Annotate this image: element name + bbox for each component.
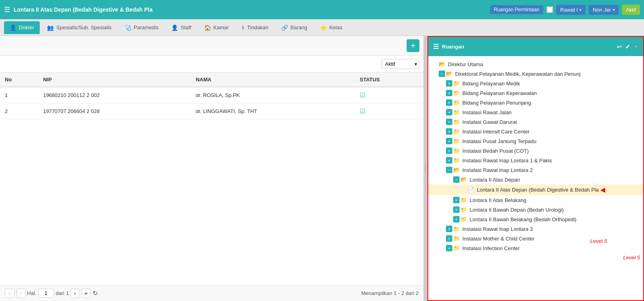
folder-icon: 📁 xyxy=(453,226,460,232)
cell-nama: dr. ROSILA, Sp.PK xyxy=(191,87,355,103)
tab-dokter[interactable]: 👤 Dokter xyxy=(4,21,40,34)
tree-toggle[interactable]: + xyxy=(446,157,452,164)
col-status: STATUS xyxy=(355,73,423,87)
tree-toggle xyxy=(431,61,438,67)
tree-toggle[interactable]: + xyxy=(446,90,452,96)
tree-item[interactable]: −📂Direktorat Pelayanan Medik, Keperawata… xyxy=(428,69,643,79)
cell-nama: dr. LINGGAWATI, Sp. THT xyxy=(191,103,355,119)
undo-icon[interactable]: ↩ xyxy=(617,43,622,51)
tree-item[interactable]: +📁Lontara II Atas Belakang xyxy=(428,195,643,205)
folder-icon: 📂 xyxy=(453,167,460,173)
tree-toggle[interactable]: + xyxy=(453,206,460,213)
table-row: 219770707 206604 2 028dr. LINGGAWATI, Sp… xyxy=(0,103,423,119)
tree-toggle[interactable]: + xyxy=(446,235,452,242)
table-header-row: No NIP NAMA STATUS xyxy=(0,73,423,87)
header-title: Lontara II Atas Depan (Bedah Digestive &… xyxy=(14,6,487,13)
tree-toggle[interactable]: + xyxy=(446,80,452,87)
permintaan-checkbox[interactable] xyxy=(547,6,553,13)
col-nama: NAMA xyxy=(191,73,355,87)
tree-label: Instalasi Mother & Child Center xyxy=(462,236,535,242)
tree-label: Instalasi Rawat Inap Lontara 1 & Pakis xyxy=(462,158,552,164)
tree-toggle[interactable]: + xyxy=(446,226,452,232)
col-no: No xyxy=(0,73,38,87)
non-jer-chevron-icon: ▾ xyxy=(613,8,615,12)
first-page-button[interactable]: « xyxy=(5,289,15,298)
tree-item[interactable]: +📁Instalasi Rawat Inap Lontara 3 xyxy=(428,224,643,234)
tab-staff[interactable]: 👤 Staff xyxy=(166,21,197,34)
add-button[interactable]: + xyxy=(407,39,419,52)
tree-label: Instalasi Gawat Darurat xyxy=(462,119,517,125)
tree-item[interactable]: +📁Instalasi Mother & Child Center xyxy=(428,234,643,243)
tree-toggle[interactable]: + xyxy=(446,128,452,135)
non-jer-dropdown[interactable]: Non Jer ▾ xyxy=(589,5,619,15)
tree-label: Direktorat Pelayanan Medik, Keperawatan … xyxy=(455,71,581,77)
total-pages: 1 xyxy=(66,290,69,296)
tab-kelas[interactable]: ⭐ Kelas xyxy=(314,21,348,34)
folder-icon: 📁 xyxy=(453,128,460,135)
tree-item[interactable]: +📁Instalasi Gawat Darurat xyxy=(428,117,643,127)
tab-paramedis[interactable]: 🩺 Paramedis xyxy=(119,21,164,34)
next-page-button[interactable]: › xyxy=(71,289,79,298)
save-icon[interactable]: ✔ xyxy=(625,43,630,51)
folder-icon: 📁 xyxy=(453,245,460,251)
tree-item[interactable]: +📁Bidang Pelayanan Medik xyxy=(428,79,643,88)
table-row: 119680210 200112 2 002dr. ROSILA, Sp.PK☑ xyxy=(0,87,423,103)
tree-item[interactable]: +📁Lontara II Bawah Belakang (Bedah Ortho… xyxy=(428,214,643,224)
tree-toggle[interactable]: + xyxy=(453,197,460,203)
status-filter-select[interactable]: Aktif Tidak Aktif Semua xyxy=(381,59,419,69)
ruangan-permintaan-badge: Ruangan Permintaan xyxy=(490,5,543,14)
status-check-icon: ☑ xyxy=(360,108,365,115)
filter-bar: Aktif Tidak Aktif Semua xyxy=(0,56,423,73)
tabs-bar: 👤 Dokter 👥 Spesialis/Sub. Spesialis 🩺 Pa… xyxy=(0,19,644,36)
tree-toggle[interactable]: + xyxy=(446,119,452,125)
tree-label: Instalasi Bedah Pusat (COT) xyxy=(462,148,529,154)
tree-toggle[interactable]: − xyxy=(446,167,452,173)
tab-kamar[interactable]: 🏠 Kamar xyxy=(198,21,234,34)
tree-item[interactable]: 📂Direktur Utama xyxy=(428,59,643,69)
rawat-dropdown[interactable]: Rawat I ▾ xyxy=(556,5,585,15)
tree-item[interactable]: +📁Bidang Pelayanan Penunjang xyxy=(428,98,643,107)
tree-toggle[interactable]: − xyxy=(453,176,460,183)
tab-spesialis[interactable]: 👥 Spesialis/Sub. Spesialis xyxy=(41,21,117,34)
tree-item[interactable]: −📂Instalasi Rawat Inap Lontara 2 xyxy=(428,165,643,175)
menu-icon[interactable]: ☰ xyxy=(4,5,10,14)
aktif-dropdown[interactable]: Aktif xyxy=(622,5,640,15)
prev-page-button[interactable]: ‹ xyxy=(16,289,25,298)
barang-icon: 🔗 xyxy=(281,24,288,31)
tab-barang[interactable]: 🔗 Barang xyxy=(275,21,313,34)
tree-label: Bidang Pelayanan Medik xyxy=(462,81,520,87)
tree-toggle[interactable]: + xyxy=(446,147,452,154)
tree-item[interactable]: +📁Lontara II Bawah Depan (Bedah Urologi) xyxy=(428,205,643,214)
tree-item[interactable]: 📄Lontara II Atas Depan (Bedah Digestive … xyxy=(428,184,643,195)
tree-item[interactable]: +📁Instalasi Rawat Inap Lontara 1 & Pakis xyxy=(428,156,643,165)
tree-label: Instalasi Intensif Care Center xyxy=(462,129,530,135)
tree-item[interactable]: +📁Instalasi Bedah Pusat (COT) xyxy=(428,146,643,156)
tree-item[interactable]: +📁Instalasi Rawat Jalan xyxy=(428,107,643,117)
tree-toggle[interactable]: + xyxy=(446,109,452,115)
tab-tindakan[interactable]: ⚕ Tindakan xyxy=(236,21,274,34)
toolbar: + xyxy=(0,36,423,56)
tree-toggle[interactable]: + xyxy=(453,216,460,222)
tree-item[interactable]: +📁Instalasi Infection Center xyxy=(428,243,643,253)
tree-toggle[interactable]: + xyxy=(446,99,452,106)
panel-resizer[interactable] xyxy=(423,36,427,301)
tree-item[interactable]: +📁Instalasi Intensif Care Center xyxy=(428,127,643,136)
rawat-chevron-icon: ▾ xyxy=(579,8,581,12)
tree-item[interactable]: +📁Bidang Pelayanan Keperawatan xyxy=(428,88,643,98)
tree-item[interactable]: +📁Instalasi Pusat Jantung Terpadu xyxy=(428,136,643,146)
folder-icon: 📁 xyxy=(453,147,460,154)
tree-toggle[interactable]: + xyxy=(446,138,452,144)
tree-label: Instalasi Pusat Jantung Terpadu xyxy=(462,138,537,144)
cell-no: 2 xyxy=(0,103,38,119)
page-input[interactable] xyxy=(38,289,54,298)
refresh-button[interactable]: ↻ xyxy=(93,289,98,297)
folder-icon: 📂 xyxy=(460,176,467,183)
tree-toggle[interactable]: − xyxy=(439,71,445,77)
tree-toggle[interactable]: + xyxy=(446,245,452,251)
dokter-table: No NIP NAMA STATUS 119680210 200112 2 00… xyxy=(0,73,423,119)
last-page-button[interactable]: » xyxy=(81,289,91,298)
left-panel: + Aktif Tidak Aktif Semua No NIP NAMA xyxy=(0,36,423,301)
tree-item[interactable]: −📂Lontara II Atas Depan xyxy=(428,175,643,184)
tree-label: Lontara II Atas Depan xyxy=(470,177,520,183)
pagination: « ‹ Hal. dari 1 › » ↻ Menampilkan 1 - 2 … xyxy=(0,285,423,301)
